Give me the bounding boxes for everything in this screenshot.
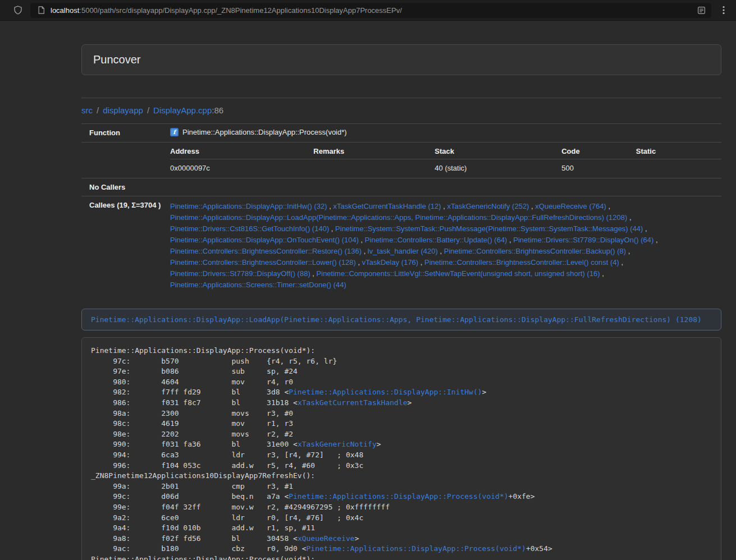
callee-separator: , — [619, 258, 623, 267]
highlight-box: Pinetime::Applications::DisplayApp::Load… — [81, 309, 721, 331]
breadcrumb-separator: / — [97, 105, 99, 115]
callee-link[interactable]: xQueueReceive (764) — [535, 202, 606, 210]
url-text: localhost:5000/path/src/displayapp/Displ… — [51, 6, 690, 15]
callee-separator: , — [606, 202, 610, 210]
callee-separator: , — [359, 236, 365, 244]
callee-separator: , — [600, 269, 604, 278]
code-symbol-link[interactable]: Pinetime::Applications::DisplayApp::Init… — [289, 388, 482, 396]
callee-separator: , — [356, 258, 362, 267]
callee-link[interactable]: Pinetime::Applications::Screens::Timer::… — [170, 281, 346, 289]
callee-separator: , — [418, 258, 424, 267]
callee-link[interactable]: Pinetime::Controllers::Battery::Update()… — [365, 236, 508, 244]
callees-row: Callees (19, Σ=3704 ) Pinetime::Applicat… — [81, 196, 721, 297]
highlighted-symbol-link[interactable]: Pinetime::Applications::DisplayApp::Load… — [91, 315, 702, 324]
disassembly-code: Pinetime::Applications::DisplayApp::Proc… — [81, 337, 721, 560]
callee-separator: , — [643, 224, 647, 233]
browser-titlebar: localhost:5000/path/src/displayapp/Displ… — [0, 0, 736, 21]
callee-link[interactable]: lv_task_handler (420) — [368, 247, 438, 255]
url-bar[interactable]: localhost:5000/path/src/displayapp/Displ… — [30, 3, 711, 18]
code-symbol-link[interactable]: Pinetime::Applications::DisplayApp::Proc… — [289, 492, 508, 501]
callee-separator: , — [529, 202, 535, 210]
no-callers-row: No Callers — [81, 178, 721, 196]
callee-link[interactable]: Pinetime::Drivers::St7789::DisplayOff() … — [170, 269, 310, 278]
callee-separator: , — [441, 202, 447, 210]
callee-separator: , — [438, 247, 444, 255]
col-address: Address — [170, 143, 313, 159]
callee-link[interactable]: Pinetime::System::SystemTask::PushMessag… — [335, 224, 643, 233]
app-header-panel: Puncover — [81, 44, 721, 75]
function-row: Function f Pinetime::Applications::Displ… — [81, 124, 721, 143]
col-remarks: Remarks — [313, 143, 435, 159]
function-name: Pinetime::Applications::DisplayApp::Proc… — [182, 128, 347, 136]
callee-link[interactable]: Pinetime::Controllers::BrightnessControl… — [424, 258, 619, 267]
callee-link[interactable]: Pinetime::Drivers::St7789::DisplayOn() (… — [513, 236, 653, 244]
callee-link[interactable]: xTaskGenericNotify (252) — [447, 202, 529, 210]
breadcrumb-separator: / — [147, 105, 149, 115]
url-path: :5000/path/src/displayapp/DisplayApp.cpp… — [79, 6, 402, 15]
callee-separator: , — [627, 213, 631, 222]
app-title: Puncover — [93, 53, 141, 66]
callee-separator: , — [329, 224, 335, 233]
details-header-row: Address Remarks Stack Code Static — [170, 143, 721, 159]
callees-list: Pinetime::Applications::DisplayApp::Init… — [166, 196, 721, 297]
remarks-value — [313, 159, 435, 178]
callee-separator: , — [653, 236, 657, 244]
code-symbol-link[interactable]: Pinetime::Applications::DisplayApp::Proc… — [307, 544, 526, 553]
stack-value: 40 (static) — [435, 159, 561, 178]
breadcrumb-link[interactable]: src — [81, 105, 93, 115]
function-row-label: Function — [81, 124, 166, 143]
page-container: Puncover src/displayapp/DisplayApp.cpp:8… — [81, 44, 721, 560]
callee-separator: , — [327, 202, 333, 210]
breadcrumb-link[interactable]: DisplayApp.cpp — [153, 105, 212, 115]
callee-link[interactable]: xTaskGetCurrentTaskHandle (12) — [333, 202, 441, 210]
breadcrumb-line-number: :86 — [212, 105, 223, 115]
callees-label: Callees (19, Σ=3704 ) — [81, 196, 166, 297]
callee-link[interactable]: Pinetime::Drivers::Cst816S::GetTouchInfo… — [170, 224, 329, 233]
details-cell: Address Remarks Stack Code Static 0x0000… — [166, 143, 721, 178]
function-table: Function f Pinetime::Applications::Displ… — [81, 123, 721, 297]
function-cell: f Pinetime::Applications::DisplayApp::Pr… — [166, 124, 721, 143]
code-symbol-link[interactable]: xQueueReceive — [298, 534, 355, 543]
col-code: Code — [561, 143, 636, 159]
code-symbol-link[interactable]: xTaskGenericNotify — [298, 440, 377, 448]
code-value: 500 — [561, 159, 636, 178]
callee-link[interactable]: Pinetime::Applications::DisplayApp::OnTo… — [170, 236, 359, 244]
address-value: 0x0000097c — [170, 159, 313, 178]
details-values-row: 0x0000097c 40 (static) 500 — [170, 159, 721, 178]
function-icon: f — [170, 128, 179, 138]
callee-separator: , — [310, 269, 317, 278]
breadcrumb-link[interactable]: displayapp — [103, 105, 143, 115]
callee-link[interactable]: Pinetime::Controllers::BrightnessControl… — [170, 247, 362, 255]
callee-link[interactable]: Pinetime::Controllers::BrightnessControl… — [170, 258, 356, 267]
no-callers-label: No Callers — [81, 178, 166, 196]
col-stack: Stack — [435, 143, 561, 159]
details-row: Address Remarks Stack Code Static 0x0000… — [81, 143, 721, 178]
details-row-spacer — [81, 143, 166, 178]
no-callers-cell — [166, 178, 721, 196]
callee-separator: , — [626, 247, 630, 255]
callee-link[interactable]: Pinetime::Applications::DisplayApp::Init… — [170, 202, 327, 210]
breadcrumb: src/displayapp/DisplayApp.cpp:86 — [81, 105, 721, 115]
details-table: Address Remarks Stack Code Static 0x0000… — [170, 143, 721, 178]
reader-mode-icon[interactable] — [694, 3, 708, 17]
callee-link[interactable]: vTaskDelay (176) — [362, 258, 418, 267]
col-static: Static — [636, 143, 721, 159]
callee-separator: , — [362, 247, 368, 255]
callee-link[interactable]: Pinetime::Components::LittleVgl::SetNewT… — [317, 269, 600, 278]
page-icon — [36, 5, 46, 15]
callee-link[interactable]: Pinetime::Controllers::BrightnessControl… — [444, 247, 626, 255]
static-value — [636, 159, 721, 178]
code-symbol-link[interactable]: xTaskGetCurrentTaskHandle — [298, 398, 408, 407]
shield-icon[interactable] — [11, 3, 25, 17]
url-host: localhost — [51, 6, 79, 15]
callee-separator: , — [507, 236, 513, 244]
divider — [81, 98, 721, 98]
kebab-menu-icon[interactable] — [717, 3, 730, 17]
callee-link[interactable]: Pinetime::Applications::DisplayApp::Load… — [170, 213, 627, 222]
